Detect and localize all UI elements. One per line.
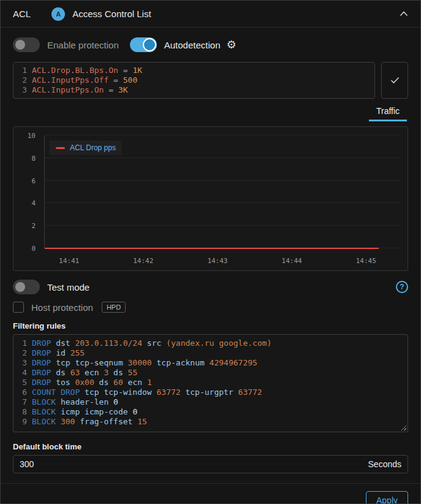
panel-footer: Apply [1, 483, 420, 504]
tab-traffic[interactable]: Traffic [369, 105, 407, 121]
gridline [45, 225, 400, 226]
gear-icon[interactable]: ⚙ [227, 39, 237, 50]
chart-y-axis: 0246810 [13, 136, 40, 248]
chart-legend[interactable]: ACL Drop pps [50, 140, 122, 155]
code-line: 9BLOCK 300 frag-offset 15 [18, 417, 403, 427]
enable-protection-toggle[interactable] [13, 37, 40, 52]
test-mode-row: Test mode ? [13, 280, 408, 294]
autodetection-toggle[interactable] [130, 37, 157, 52]
chart-plot: ACL Drop pps [44, 136, 400, 248]
y-tick-label: 8 [31, 154, 36, 162]
confirm-settings-button[interactable] [381, 62, 408, 99]
filtering-rules-label: Filtering rules [13, 321, 408, 330]
code-line: 3DROP tcp tcp-seqnum 30000 tcp-acknum 42… [18, 358, 403, 368]
test-mode-toggle[interactable] [13, 280, 40, 294]
default-block-time-label: Default block time [13, 442, 408, 451]
settings-editor[interactable]: 1ACL.Drop.BL.Bps.On = 1K2ACL.InputPps.Of… [13, 62, 375, 99]
code-line: 4DROP ds 63 ecn 3 ds 55 [18, 368, 403, 378]
code-line: 7BLOCK header-len 0 [18, 397, 403, 407]
hpd-badge: HPD [102, 302, 126, 313]
test-mode-label: Test mode [47, 282, 89, 292]
filtering-rules-editor[interactable]: 1DROP dst 203.0.113.0/24 src (yandex.ru … [13, 334, 408, 432]
toggle-knob [143, 38, 156, 52]
apply-button[interactable]: Apply [366, 491, 408, 504]
default-block-time-unit: Seconds [368, 459, 401, 469]
panel-title: Access Control List [72, 9, 151, 19]
y-tick-label: 4 [31, 199, 36, 207]
chevron-up-icon [400, 11, 408, 17]
code-line: 8BLOCK icmp icmp-code 0 [18, 407, 403, 417]
gridline [45, 180, 400, 181]
panel-header: ACL A Access Control List [1, 1, 420, 28]
default-block-time-input[interactable] [20, 459, 368, 469]
toggle-knob [15, 40, 25, 50]
gridline [45, 158, 400, 158]
x-tick-label: 14:42 [133, 257, 153, 265]
y-tick-label: 0 [31, 245, 36, 253]
check-icon [390, 77, 400, 84]
x-tick-label: 14:44 [282, 257, 302, 265]
acl-badge: A [51, 7, 65, 21]
code-line: 1DROP dst 203.0.113.0/24 src (yandex.ru … [18, 338, 403, 348]
y-tick-label: 2 [31, 222, 36, 230]
y-tick-label: 10 [28, 132, 36, 140]
host-protection-checkbox[interactable] [13, 302, 24, 313]
enable-protection-label: Enable protection [47, 40, 119, 50]
code-line: 3ACL.InputPps.On = 3K [18, 85, 370, 95]
default-block-time-field: Seconds [13, 455, 408, 473]
host-protection-label: Host protection [31, 302, 93, 313]
x-tick-label: 14:45 [356, 257, 376, 265]
legend-label: ACL Drop pps [70, 143, 116, 152]
gridline [45, 202, 400, 203]
legend-swatch [56, 147, 65, 149]
panel-body: Enable protection Autodetection ⚙ 1ACL.D… [1, 28, 420, 473]
series-line [45, 248, 379, 249]
code-line: 2ACL.InputPps.Off = 500 [18, 75, 370, 85]
panel-code: ACL [13, 9, 31, 19]
y-tick-label: 6 [31, 177, 36, 185]
collapse-button[interactable] [400, 11, 408, 17]
acl-panel: ACL A Access Control List Enable protect… [0, 0, 421, 504]
code-line: 6COUNT DROP tcp tcp-window 63772 tcp-urg… [18, 388, 403, 397]
question-icon[interactable]: ? [396, 281, 408, 293]
protection-toggles-row: Enable protection Autodetection ⚙ [13, 37, 408, 52]
code-line: 5DROP tos 0x00 ds 60 ecn 1 [18, 378, 403, 388]
code-line: 1ACL.Drop.BL.Bps.On = 1K [18, 66, 370, 75]
autodetection-label: Autodetection [164, 40, 221, 50]
chart-x-axis: 14:4114:4214:4314:4414:45 [44, 257, 400, 265]
toggle-knob [15, 282, 25, 292]
x-tick-label: 14:41 [59, 257, 79, 265]
code-line: 2DROP id 255 [18, 348, 403, 358]
settings-editor-row: 1ACL.Drop.BL.Bps.On = 1K2ACL.InputPps.Of… [13, 62, 408, 99]
x-tick-label: 14:43 [207, 257, 227, 265]
gridline [45, 135, 400, 136]
chart-tabs: Traffic [13, 105, 408, 121]
traffic-chart: 0246810 ACL Drop pps 14:4114:4214:4314:4… [13, 126, 408, 271]
host-protection-row: Host protection HPD [13, 302, 408, 313]
